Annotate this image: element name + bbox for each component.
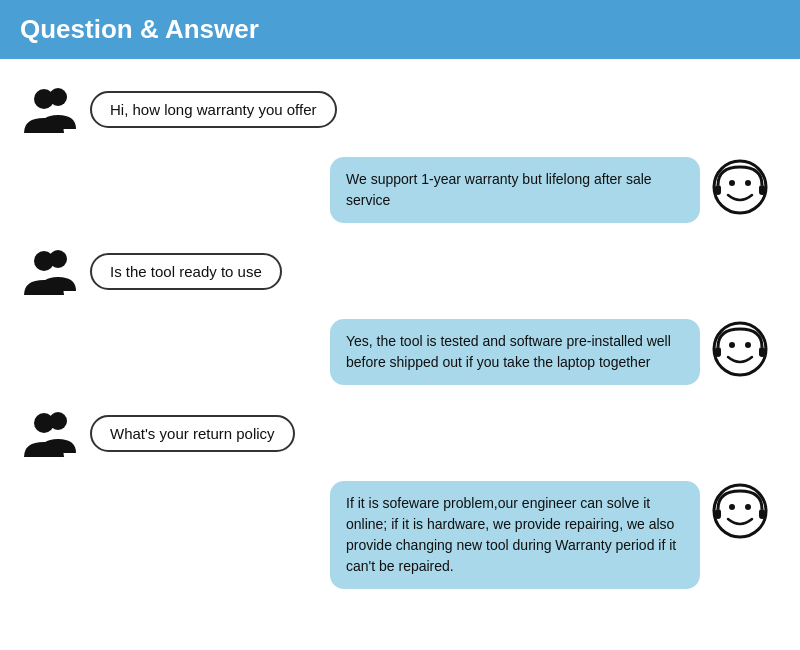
question-bubble-2: Is the tool ready to use [90,253,282,290]
user-icon-3 [20,403,80,463]
answer-row-2: Yes, the tool is tested and software pre… [20,319,780,385]
svg-rect-6 [759,185,765,195]
answer-bubble-3: If it is sofeware problem,our engineer c… [330,481,700,589]
question-row-3: What's your return policy [20,403,780,463]
svg-point-8 [34,251,54,271]
support-icon-3 [710,481,770,541]
answer-bubble-1: We support 1-year warranty but lifelong … [330,157,700,223]
svg-point-17 [729,504,735,510]
svg-rect-19 [715,509,721,519]
svg-rect-20 [759,509,765,519]
svg-point-3 [729,180,735,186]
svg-rect-5 [715,185,721,195]
user-icon-2 [20,241,80,301]
chat-container: Hi, how long warranty you offer We suppo… [0,69,800,599]
question-bubble-3: What's your return policy [90,415,295,452]
answer-bubble-2: Yes, the tool is tested and software pre… [330,319,700,385]
answer-row-1: We support 1-year warranty but lifelong … [20,157,780,223]
svg-point-18 [745,504,751,510]
svg-point-16 [714,485,766,537]
support-icon-2 [710,319,770,379]
svg-point-15 [34,413,54,433]
svg-point-4 [745,180,751,186]
question-row-2: Is the tool ready to use [20,241,780,301]
question-row-1: Hi, how long warranty you offer [20,79,780,139]
page-header: Question & Answer [0,0,800,59]
page-title: Question & Answer [20,14,780,45]
user-icon-1 [20,79,80,139]
svg-point-10 [729,342,735,348]
question-bubble-1: Hi, how long warranty you offer [90,91,337,128]
svg-point-1 [34,89,54,109]
svg-point-9 [714,323,766,375]
svg-rect-12 [715,347,721,357]
svg-point-11 [745,342,751,348]
answer-row-3: If it is sofeware problem,our engineer c… [20,481,780,589]
svg-point-2 [714,161,766,213]
svg-rect-13 [759,347,765,357]
support-icon-1 [710,157,770,217]
